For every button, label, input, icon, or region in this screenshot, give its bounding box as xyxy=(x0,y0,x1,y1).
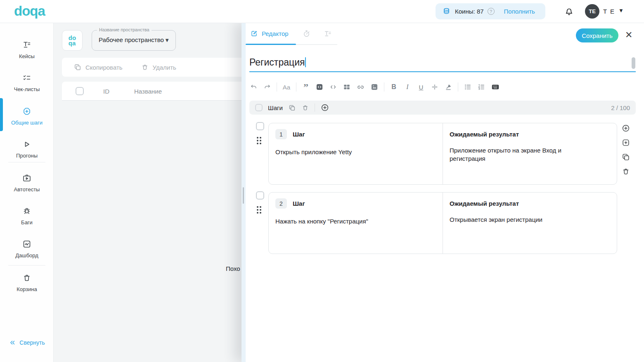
topbar: doqa Коины: 87 ? Пополнить TE T E ▼ xyxy=(0,0,644,23)
close-icon[interactable]: ✕ xyxy=(625,31,632,40)
step-column-title: Шаг xyxy=(293,131,305,138)
trash-icon xyxy=(0,273,54,283)
bullet-list-icon[interactable] xyxy=(464,83,472,91)
tab-text-fields[interactable] xyxy=(323,29,332,38)
editor-toolbar: Aa ” B I U xyxy=(249,81,500,93)
steps-select-all-checkbox[interactable] xyxy=(255,104,263,111)
step-checkbox[interactable] xyxy=(256,122,264,130)
expected-column-title: Ожидаемый результат xyxy=(450,200,610,207)
code-block-icon[interactable] xyxy=(315,83,324,91)
sidebar-item-dashboard[interactable]: Дашборд xyxy=(0,239,54,259)
step-card: 2 Шаг Нажать на кнопку "Регистрация" Ожи… xyxy=(268,192,617,254)
italic-icon[interactable]: I xyxy=(403,83,412,91)
sidebar-item-autotests[interactable]: Автотесты xyxy=(0,173,54,193)
cases-icon xyxy=(0,40,54,50)
step-expected-text[interactable]: Приложение открыто на экране Вход и реги… xyxy=(450,146,586,163)
save-button[interactable]: Сохранить xyxy=(576,28,618,42)
delete-step-icon[interactable] xyxy=(621,167,630,176)
editor-drawer: Редактор Сохранить ✕ Регистрация Aa ” xyxy=(242,23,644,362)
font-size-icon[interactable]: Aa xyxy=(282,84,291,91)
duplicate-step-icon[interactable] xyxy=(621,153,630,162)
sidebar-item-runs[interactable]: Прогоны xyxy=(0,139,54,159)
add-step-above-icon[interactable] xyxy=(621,124,630,133)
user-menu-caret-icon[interactable]: ▼ xyxy=(618,7,624,14)
workspace-logo[interactable]: doqa xyxy=(62,30,83,51)
step-card: 1 Шаг Открыть приложение Yetty Ожидаемый… xyxy=(268,123,617,185)
ordered-list-icon[interactable] xyxy=(477,83,485,91)
avatar[interactable]: TE xyxy=(585,4,599,19)
delete-steps-icon[interactable] xyxy=(301,104,309,112)
coins-value: 87 xyxy=(477,8,484,15)
column-id: ID xyxy=(103,88,109,95)
step-action-cell[interactable]: 1 Шаг Открыть приложение Yetty xyxy=(269,123,443,184)
coins-label: Коины: 87 xyxy=(455,8,484,15)
text-caret xyxy=(305,57,306,67)
title-input[interactable]: Регистрация xyxy=(249,57,306,68)
bold-icon[interactable]: B xyxy=(390,83,398,91)
title-focus-underline xyxy=(249,71,636,72)
stopwatch-icon xyxy=(302,29,311,38)
step-expected-cell[interactable]: Ожидаемый результат Приложение открыто н… xyxy=(443,123,617,184)
select-all-checkbox[interactable] xyxy=(76,87,84,95)
sidebar-item-trash[interactable]: Корзина xyxy=(0,273,54,293)
checklists-icon xyxy=(0,73,54,83)
strikethrough-icon[interactable] xyxy=(431,83,439,91)
steps-counter: 2 / 100 xyxy=(611,104,630,111)
tab-timer[interactable] xyxy=(302,29,311,38)
toolbar-divider xyxy=(277,82,277,92)
step-number-badge: 2 xyxy=(275,198,287,209)
step-expected-cell[interactable]: Ожидаемый результат Открывается экран ре… xyxy=(443,193,617,254)
notifications-bell-icon[interactable] xyxy=(564,6,574,16)
blockquote-icon[interactable]: ” xyxy=(302,84,310,90)
sidebar-item-checklists[interactable]: Чек-листы xyxy=(0,73,54,93)
user-name: T E xyxy=(603,8,615,15)
sidebar-item-cases[interactable]: Кейсы xyxy=(0,40,54,60)
step-action-cell[interactable]: 2 Шаг Нажать на кнопку "Регистрация" xyxy=(269,193,443,254)
drag-handle-icon[interactable] xyxy=(257,206,261,214)
step-expected-text[interactable]: Открывается экран регистрации xyxy=(450,216,586,224)
step-action-text[interactable]: Открыть приложение Yetty xyxy=(275,148,436,156)
image-icon[interactable] xyxy=(370,83,379,91)
add-step-icon[interactable] xyxy=(320,103,329,112)
sidebar-divider xyxy=(8,162,45,162)
expected-column-title: Ожидаемый результат xyxy=(450,131,610,138)
steps-bar-divider xyxy=(315,103,315,112)
sidebar-collapse-button[interactable]: Свернуть xyxy=(0,339,54,346)
workspace-caret-icon: ▼ xyxy=(164,37,170,43)
tab-editor[interactable]: Редактор xyxy=(250,30,289,38)
bug-icon xyxy=(0,206,54,216)
sidebar-item-shared-steps[interactable]: Общие шаги xyxy=(0,106,54,126)
text-fields-icon xyxy=(323,29,332,38)
step-checkbox[interactable] xyxy=(256,191,264,200)
inline-code-icon[interactable] xyxy=(329,83,337,91)
step-action-text[interactable]: Нажать на кнопку "Регистрация" xyxy=(275,217,436,226)
topup-link[interactable]: Пополнить xyxy=(504,8,535,15)
steps-bar: Шаги 2 / 100 xyxy=(249,101,636,115)
undo-icon[interactable] xyxy=(249,83,258,91)
autotests-icon xyxy=(0,173,54,183)
delete-button[interactable]: Удалить xyxy=(141,63,176,71)
drawer-scrollbar-thumb[interactable] xyxy=(632,57,635,69)
step-row-actions xyxy=(621,124,630,176)
table-icon[interactable] xyxy=(343,83,351,91)
sidebar-divider xyxy=(8,265,45,266)
drawer-resize-handle[interactable] xyxy=(242,23,246,362)
highlight-icon[interactable] xyxy=(444,83,452,91)
keyboard-icon[interactable] xyxy=(491,82,500,92)
redo-icon[interactable] xyxy=(263,83,271,91)
sidebar-item-bugs[interactable]: Баги xyxy=(0,206,54,226)
workspace-select-value: Рабочее пространство xyxy=(99,36,164,43)
link-icon[interactable] xyxy=(356,83,365,92)
help-icon[interactable]: ? xyxy=(488,8,495,15)
trash-icon xyxy=(141,63,149,71)
coins-pill: Коины: 87 ? Пополнить xyxy=(436,3,545,19)
add-nested-step-icon[interactable] xyxy=(621,138,630,147)
sidebar: Кейсы Чек-листы Общие шаги Прогоны Автот… xyxy=(0,23,54,362)
copy-steps-icon[interactable] xyxy=(288,104,296,112)
drag-handle-icon[interactable] xyxy=(257,137,261,144)
underline-icon[interactable]: U xyxy=(417,84,425,91)
workspace-select-label: Название пространства xyxy=(97,27,152,32)
workspace-select[interactable]: Название пространства Рабочее пространст… xyxy=(92,30,176,51)
copy-button[interactable]: Скопировать xyxy=(73,63,123,71)
steps-label: Шаги xyxy=(268,104,283,111)
